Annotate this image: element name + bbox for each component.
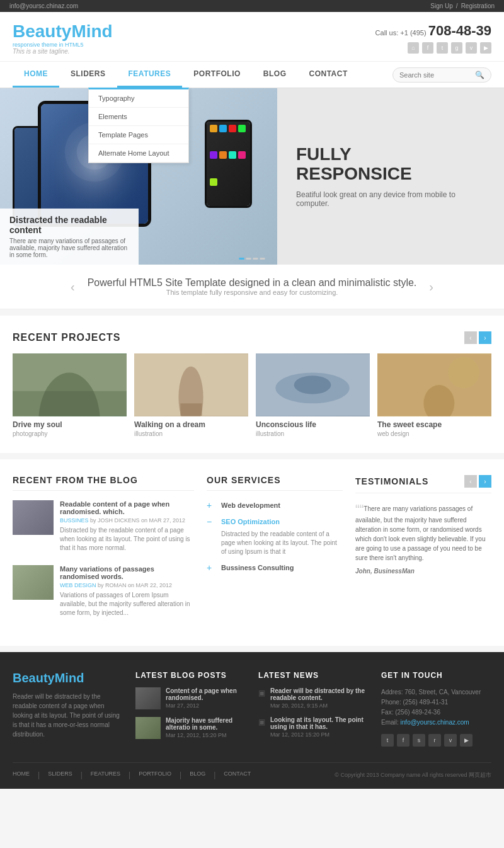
blog-content-1: Readable content of a page when randomis…	[60, 500, 194, 553]
project-img-3	[256, 353, 370, 416]
project-item-1[interactable]: Drive my soul photography	[13, 353, 127, 437]
footer-phone: Phone: (256) 489-41-31	[381, 697, 491, 708]
footer-nav-portfolio[interactable]: PORTFOLIO	[139, 771, 171, 779]
footer-nav-contact[interactable]: CONTACT	[224, 771, 251, 779]
logo: BeautyMind	[13, 21, 113, 42]
dot-2[interactable]	[253, 258, 258, 260]
testimonial-next[interactable]: ›	[429, 280, 433, 294]
footer-logo-part1: Beauty	[13, 671, 55, 685]
testimonials-text: There are many variations passages of av…	[355, 503, 491, 563]
social-icon-twitter[interactable]: t	[437, 42, 448, 54]
blog-author-2: ROMAN	[105, 582, 127, 588]
dropdown-item-template-pages[interactable]: Template Pages	[89, 126, 188, 144]
search-input[interactable]	[399, 71, 475, 79]
footer-social-facebook[interactable]: f	[397, 734, 410, 747]
svg-rect-5	[13, 391, 127, 416]
project-title-4: The sweet escape	[377, 420, 491, 429]
nav-item-home[interactable]: HOME	[13, 62, 59, 88]
registration-link[interactable]: Registration	[461, 3, 495, 9]
testimonials-next[interactable]: ›	[479, 475, 491, 488]
footer-grid: BeautyMind Reader will be distracted by …	[13, 671, 491, 747]
testimonials-author: John, BusinessMan	[355, 568, 491, 575]
projects-next[interactable]: ›	[479, 331, 491, 344]
footer-copyright: © Copyright 2013 Company name All rights…	[335, 771, 491, 779]
footer-blog-item-1: Content of a page when randomised. Mar 2…	[135, 687, 246, 709]
footer-social-youtube[interactable]: ▶	[460, 734, 472, 747]
dropdown-item-elements[interactable]: Elements	[89, 108, 188, 126]
footer-contact-title: GET IN TOUCH	[381, 671, 491, 680]
three-col-section: RECENT FROM THE BLOG Readable content of…	[0, 459, 504, 646]
footer-email[interactable]: info@yoursc.chinaz.com	[401, 719, 469, 726]
project-item-3[interactable]: Unconscious life illustration	[256, 353, 370, 437]
recent-projects-section: RECENT PROJECTS ‹ › Drive my soul photog…	[0, 316, 504, 453]
footer-social-rss[interactable]: r	[428, 734, 441, 747]
blog-category-1[interactable]: BUSSINES	[60, 517, 89, 524]
footer-nav: HOME | SLIDERS | FEATURES | PORTFOLIO | …	[13, 771, 251, 779]
search-icon: 🔍	[475, 71, 484, 79]
dot-1[interactable]	[246, 258, 251, 260]
projects-prev[interactable]: ‹	[464, 331, 477, 344]
hero-dots	[239, 258, 265, 260]
blog-post-title-2: Many variations of passages randomised w…	[60, 565, 194, 580]
footer-social-twitter[interactable]: t	[381, 734, 394, 747]
hero-subtext: Beatiful look great on any device from m…	[296, 190, 485, 208]
dot-active[interactable]	[239, 258, 244, 260]
footer-fax: Fax: (256) 489-24-36	[381, 708, 491, 718]
divider: /	[456, 3, 458, 9]
blog-text-1: Distracted by the readable content of a …	[60, 526, 194, 553]
blog-text-2: Variations of passages of Lorem Ipsum av…	[60, 591, 194, 617]
dropdown-item-alternate-home[interactable]: Alternate Home Layout	[89, 144, 188, 163]
testimonial-bar-text: Powerful HTML5 Site Template designed in…	[88, 277, 417, 296]
social-icon-facebook[interactable]: f	[422, 42, 433, 54]
nav-item-portfolio[interactable]: PORTFOLIO	[182, 62, 252, 88]
testimonial-prev[interactable]: ‹	[71, 280, 75, 294]
project-img-1	[13, 353, 127, 416]
service-item-1: + Web development	[207, 500, 343, 510]
blog-category-2[interactable]: WEB DESIGN	[60, 582, 96, 588]
social-icon-rss[interactable]: ⌂	[408, 42, 419, 54]
nav-links: HOME SLIDERS FEATURES PORTFOLIO BLOG CON…	[13, 62, 359, 88]
dropdown-item-typography[interactable]: Typography	[89, 89, 188, 108]
logo-tagline: This is a site tagline.	[13, 48, 113, 55]
footer-blog-date-1: Mar 27, 2012	[166, 702, 246, 709]
dot-3[interactable]	[260, 258, 265, 260]
service-desc-2: Distracted by the readable content of a …	[207, 530, 343, 556]
testimonials-prev[interactable]: ‹	[464, 475, 477, 488]
logo-part2: Mind	[71, 21, 112, 41]
social-icon-google[interactable]: g	[451, 42, 462, 54]
footer-news-item-2: ▣ Looking at its layout. The point using…	[258, 716, 369, 738]
hero-text-overlay: Distracted the readable content There ar…	[0, 209, 139, 265]
social-icon-youtube[interactable]: ▶	[480, 42, 491, 54]
testimonial-sub-text: This template fully responsive and easy …	[88, 289, 417, 296]
social-icon-vimeo[interactable]: v	[466, 42, 477, 54]
logo-area: BeautyMind responsive theme in HTML5 Thi…	[13, 21, 113, 55]
service-name-2: SEO Optimization	[221, 518, 280, 525]
hero-slide-text: There are many variations of passages of…	[9, 238, 129, 258]
footer-news-date-2: Mar 12, 2012 15:20 PM	[270, 731, 369, 738]
footer-news-title-1: Reader will be distracted by the readabl…	[270, 687, 369, 701]
nav-item-contact[interactable]: CONTACT	[297, 62, 358, 88]
footer-social-vimeo[interactable]: v	[444, 734, 457, 747]
footer-news-col: LATEST NEWS ▣ Reader will be distracted …	[258, 671, 369, 747]
footer-social-skype[interactable]: s	[413, 734, 425, 747]
project-item-4[interactable]: The sweet escape web design	[377, 353, 491, 437]
project-category-1: photography	[13, 430, 127, 437]
footer-nav-blog[interactable]: BLOG	[190, 771, 205, 779]
testimonials-column: TESTIMONIALS ‹ › There are many variatio…	[355, 475, 491, 630]
nav-search[interactable]: 🔍	[392, 67, 491, 83]
news-icon-1: ▣	[258, 689, 265, 697]
news-icon-2: ▣	[258, 718, 265, 726]
project-item-2[interactable]: Walking on a dream illustration	[134, 353, 248, 437]
footer-news-date-1: Mar 20, 2012, 9:15 AM	[270, 702, 369, 709]
footer-nav-sliders[interactable]: SLIDERS	[48, 771, 72, 779]
nav-item-blog[interactable]: BLOG	[252, 62, 298, 88]
signup-link[interactable]: Sign Up	[430, 3, 453, 9]
service-expand-icon-1: +	[207, 500, 216, 510]
nav-item-features[interactable]: FEATURES	[117, 62, 183, 88]
testimonials-title: TESTIMONIALS	[355, 476, 428, 486]
footer-nav-home[interactable]: HOME	[13, 771, 30, 779]
footer-nav-features[interactable]: FEATURES	[91, 771, 120, 779]
project-category-2: illustration	[134, 430, 248, 437]
blog-column: RECENT FROM THE BLOG Readable content of…	[13, 475, 194, 630]
nav-item-sliders[interactable]: SLIDERS	[59, 62, 117, 88]
